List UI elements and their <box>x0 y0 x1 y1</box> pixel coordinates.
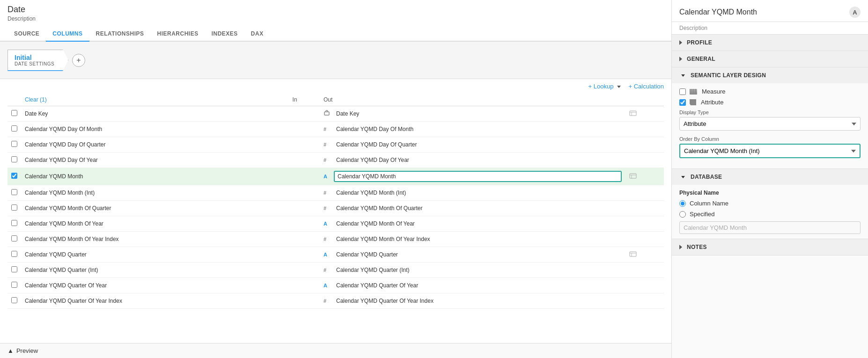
add-step-button[interactable]: + <box>72 54 85 67</box>
specified-radio[interactable] <box>679 211 686 218</box>
row-checkbox-6[interactable] <box>11 205 17 211</box>
type-icon-1: # <box>324 126 330 132</box>
row-checkbox-10[interactable] <box>11 266 17 272</box>
col-header-clear[interactable]: Clear (1) <box>21 94 289 106</box>
tab-dax[interactable]: DAX <box>244 27 270 42</box>
row-action-icon-0[interactable] <box>629 110 637 117</box>
table-row: Calendar YQMD MonthACalendar YQMD Month <box>7 168 664 185</box>
attribute-icon <box>690 99 696 105</box>
out-field-10[interactable]: Calendar YQMD Quarter (Int) <box>334 265 622 275</box>
section-database-header[interactable]: Database <box>672 169 868 185</box>
column-name-radio[interactable] <box>679 200 686 207</box>
row-checkbox-7[interactable] <box>11 220 17 226</box>
action-cell-0 <box>625 106 664 122</box>
row-checkbox-2[interactable] <box>11 141 17 147</box>
section-notes-header[interactable]: Notes <box>672 239 868 255</box>
out-field-9[interactable]: Calendar YQMD Quarter <box>334 250 622 259</box>
clear-label: Clear (1) <box>25 96 47 103</box>
order-by-label: Order By Column <box>679 136 861 142</box>
section-notes-title: Notes <box>687 244 707 250</box>
row-checkbox-4[interactable] <box>11 173 17 179</box>
lookup-button[interactable]: + Lookup <box>588 83 621 90</box>
order-by-select[interactable]: Calendar YQMD Month (Int) Calendar YQMD … <box>679 144 861 158</box>
display-type-select[interactable]: Attribute Measure Hidden <box>679 117 861 131</box>
out-cell-12: #Calendar YQMD Quarter Of Year Index <box>320 293 625 309</box>
tab-relationships[interactable]: RELATIONSHIPS <box>89 27 151 42</box>
section-semantic-title: Semantic Layer Design <box>691 72 766 79</box>
out-field-12[interactable]: Calendar YQMD Quarter Of Year Index <box>334 296 622 306</box>
action-cell-9 <box>625 247 664 263</box>
measure-checkbox[interactable] <box>679 88 686 95</box>
attribute-checkbox[interactable] <box>679 99 686 106</box>
row-checkbox-5[interactable] <box>11 189 17 195</box>
out-cell-6: #Calendar YQMD Month Of Quarter <box>320 201 625 216</box>
in-cell-2: Calendar YQMD Day Of Quarter <box>21 137 289 153</box>
action-cell-7 <box>625 216 664 232</box>
section-semantic-header[interactable]: Semantic Layer Design <box>672 67 868 83</box>
section-profile-header[interactable]: Profile <box>672 35 868 51</box>
in-cell-8: Calendar YQMD Month Of Year Index <box>21 232 289 247</box>
preview-label: Preview <box>16 347 38 354</box>
row-checkbox-11[interactable] <box>11 282 17 288</box>
svg-rect-7 <box>630 252 636 256</box>
type-icon-11: A <box>324 283 330 288</box>
attribute-row: Attribute <box>679 99 861 106</box>
out-cell-9: ACalendar YQMD Quarter <box>320 247 625 263</box>
row-action-icon-4[interactable] <box>629 173 637 180</box>
out-field-7[interactable]: Calendar YQMD Month Of Year <box>334 219 622 228</box>
calculation-button[interactable]: + Calculation <box>628 83 664 90</box>
column-name-row: Column Name <box>679 200 861 207</box>
lookup-label: + Lookup <box>588 83 614 90</box>
out-cell-1: #Calendar YQMD Day Of Month <box>320 122 625 137</box>
row-checkbox-12[interactable] <box>11 297 17 303</box>
tab-hierarchies[interactable]: HIERARCHIES <box>150 27 205 42</box>
out-field-6[interactable]: Calendar YQMD Month Of Quarter <box>334 204 622 213</box>
row-checkbox-0[interactable] <box>11 110 17 116</box>
row-checkbox-1[interactable] <box>11 125 17 132</box>
row-action-icon-9[interactable] <box>629 251 637 258</box>
out-field-0[interactable]: Date Key <box>334 109 622 118</box>
action-cell-5 <box>625 185 664 201</box>
display-type-label: Display Type <box>679 110 861 115</box>
out-field-1[interactable]: Calendar YQMD Day Of Month <box>334 124 622 134</box>
right-panel-header: Calendar YQMD Month A <box>672 0 868 22</box>
out-cell-8: #Calendar YQMD Month Of Year Index <box>320 232 625 247</box>
tab-columns[interactable]: COLUMNS <box>46 27 89 42</box>
row-checkbox-8[interactable] <box>11 235 17 241</box>
out-field-8[interactable]: Calendar YQMD Month Of Year Index <box>334 234 622 244</box>
section-general-header[interactable]: General <box>672 51 868 67</box>
in-cell-0: Date Key <box>21 106 289 122</box>
in-cell-4: Calendar YQMD Month <box>21 168 289 185</box>
toolbar: + Lookup + Calculation <box>0 79 671 94</box>
row-checkbox-9[interactable] <box>11 251 17 257</box>
specified-row: Specified <box>679 211 861 218</box>
out-cell-5: #Calendar YQMD Month (Int) <box>320 185 625 201</box>
specified-input[interactable] <box>679 221 861 234</box>
step-subtitle: DATE SETTINGS <box>15 61 59 66</box>
preview-bar[interactable]: ▲ Preview <box>0 343 671 358</box>
type-icon-4: A <box>324 174 330 179</box>
column-name-radio-label: Column Name <box>690 200 728 207</box>
lookup-chevron-icon <box>615 83 621 90</box>
table-row: Calendar YQMD Quarter Of Year Index#Cale… <box>7 293 664 309</box>
out-field-2[interactable]: Calendar YQMD Day Of Quarter <box>334 140 622 149</box>
out-field-4[interactable]: Calendar YQMD Month <box>334 171 622 182</box>
action-cell-6 <box>625 201 664 216</box>
tab-indexes[interactable]: INDEXES <box>205 27 244 42</box>
measure-icon <box>690 89 697 95</box>
row-checkbox-3[interactable] <box>11 156 17 162</box>
out-field-5[interactable]: Calendar YQMD Month (Int) <box>334 188 622 197</box>
tab-source[interactable]: SOURCE <box>7 27 46 42</box>
section-database-body: Physical Name Column Name Specified <box>672 185 868 239</box>
svg-rect-1 <box>630 111 636 116</box>
type-icon-2: # <box>324 142 330 147</box>
action-cell-4 <box>625 168 664 185</box>
pipeline-step-initial[interactable]: Initial DATE SETTINGS <box>7 50 68 71</box>
in-cell-9: Calendar YQMD Quarter <box>21 247 289 263</box>
tab-bar: SOURCE COLUMNS RELATIONSHIPS HIERARCHIES… <box>0 27 671 42</box>
right-panel-description: Description <box>672 22 868 35</box>
out-field-3[interactable]: Calendar YQMD Day Of Year <box>334 155 622 165</box>
out-field-11[interactable]: Calendar YQMD Quarter Of Year <box>334 281 622 290</box>
measure-row: Measure <box>679 88 861 95</box>
type-icon-5: # <box>324 190 330 196</box>
